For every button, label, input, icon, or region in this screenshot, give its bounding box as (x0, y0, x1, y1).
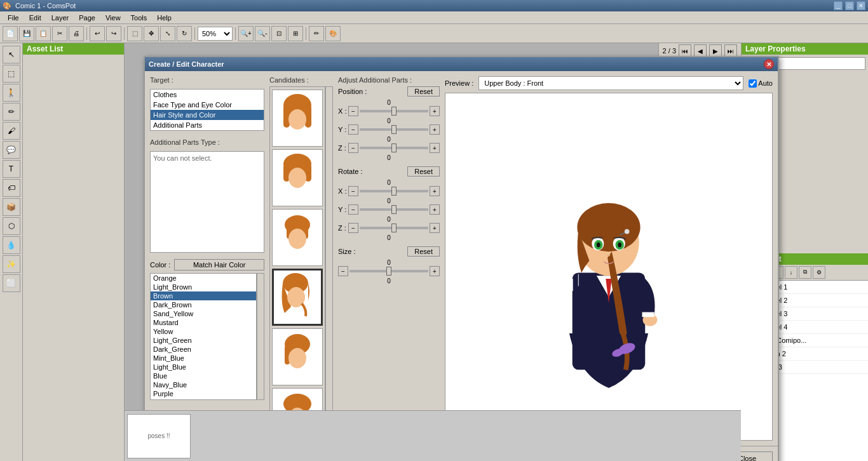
color-mustard[interactable]: Mustard (151, 318, 256, 327)
menu-tools[interactable]: Tools (126, 13, 153, 23)
target-parts[interactable]: Additional Parts (151, 120, 264, 130)
rot-y-track[interactable] (360, 208, 428, 211)
rot-x-plus[interactable]: + (430, 186, 440, 196)
cut-btn[interactable]: ✂ (52, 26, 67, 41)
pos-z-track[interactable] (360, 147, 428, 149)
target-face[interactable]: Face Type and Eye Color (151, 100, 264, 110)
fill-btn[interactable]: 🎨 (325, 26, 341, 41)
pos-z-minus[interactable]: − (348, 143, 358, 153)
copy-btn[interactable]: 📋 (36, 26, 51, 41)
undo-btn[interactable]: ↩ (90, 26, 105, 41)
menu-view[interactable]: View (100, 13, 126, 23)
color-light-brown[interactable]: Light_Brown (151, 283, 256, 291)
match-color-btn[interactable]: Match Hair Color (174, 259, 264, 271)
size-plus[interactable]: + (430, 266, 440, 276)
menu-file[interactable]: File (3, 13, 24, 23)
pos-y-track[interactable] (360, 128, 428, 131)
move-btn[interactable]: ✥ (144, 26, 159, 41)
sidebar-tool-arrow[interactable]: ↖ (3, 46, 20, 63)
rotate-btn[interactable]: ↻ (177, 26, 192, 41)
pos-y-plus[interactable]: + (430, 124, 440, 135)
color-dark-green[interactable]: Dark_Green (151, 345, 256, 354)
color-mint-blue[interactable]: Mint_Blue (151, 354, 256, 363)
sidebar-tool-pencil[interactable]: ✏ (3, 103, 20, 121)
target-clothes[interactable]: Clothes (151, 90, 264, 100)
candidates-scrollbar[interactable] (325, 86, 333, 441)
menu-page[interactable]: Page (74, 13, 100, 23)
pos-x-plus[interactable]: + (430, 106, 440, 116)
color-sand-yellow[interactable]: Sand_Yellow (151, 309, 256, 318)
fit-btn[interactable]: ⊡ (271, 26, 287, 41)
menu-edit[interactable]: Edit (24, 13, 46, 23)
zoom-in-btn[interactable]: 🔍+ (238, 26, 254, 41)
scale-btn[interactable]: ⤡ (160, 26, 175, 41)
rot-x-track[interactable] (360, 190, 428, 192)
sidebar-tool-3d[interactable]: ⬡ (3, 217, 20, 235)
sidebar-tool-person[interactable]: 🚶 (3, 84, 20, 102)
zoom-out-btn[interactable]: 🔍- (255, 26, 270, 41)
color-light-blue[interactable]: Light_Blue (151, 363, 256, 371)
color-orange[interactable]: Orange (151, 274, 256, 283)
new-btn[interactable]: 📄 (3, 26, 18, 41)
rot-z-plus[interactable]: + (430, 223, 440, 233)
sidebar-tool-stamp[interactable]: 🏷 (3, 179, 20, 197)
close-btn[interactable]: ✕ (857, 1, 865, 10)
candidate-3[interactable] (272, 209, 323, 266)
color-blue[interactable]: Blue (151, 371, 256, 380)
color-purple[interactable]: Purple (151, 389, 256, 398)
rot-z-track[interactable] (360, 227, 428, 229)
size-minus[interactable]: − (338, 266, 348, 276)
sidebar-tool-select[interactable]: ⬚ (3, 65, 20, 83)
save-btn[interactable]: 💾 (19, 26, 34, 41)
rot-y-minus[interactable]: − (348, 204, 358, 215)
target-hair[interactable]: Hair Style and Color (151, 110, 264, 120)
menu-help[interactable]: Help (152, 13, 177, 23)
reset-rotate-btn[interactable]: Reset (407, 166, 440, 177)
candidate-4[interactable] (272, 269, 323, 326)
layer-copy-btn[interactable]: ⧉ (799, 266, 811, 279)
candidates-scroll[interactable] (269, 86, 325, 441)
layer-settings-btn[interactable]: ⚙ (813, 266, 825, 279)
sidebar-tool-eyedrop[interactable]: 💧 (3, 236, 20, 254)
color-light-green[interactable]: Light_Green (151, 336, 256, 345)
zoom-select[interactable]: 25% 50% 50% 75% 100% (198, 27, 233, 41)
redo-btn[interactable]: ↪ (106, 26, 121, 41)
color-brown[interactable]: Brown (151, 291, 256, 300)
print-btn[interactable]: 🖨 (69, 26, 84, 41)
rot-y-plus[interactable]: + (430, 204, 440, 215)
reset-size-btn[interactable]: Reset (407, 246, 440, 257)
sidebar-tool-box[interactable]: 📦 (3, 198, 20, 216)
candidate-1[interactable] (272, 90, 323, 147)
preview-view-select[interactable]: Upper Body : Front Upper Body : Back Ful… (478, 76, 743, 90)
candidate-5[interactable] (272, 328, 323, 385)
color-dark-brown[interactable]: Dark_Brown (151, 300, 256, 309)
bottom-thumb-1[interactable]: poses !! (127, 414, 191, 458)
minimize-btn[interactable]: _ (834, 1, 843, 10)
rot-x-minus[interactable]: − (348, 186, 358, 196)
size-track[interactable] (349, 270, 428, 272)
brush-btn[interactable]: ✏ (309, 26, 324, 41)
color-yellow[interactable]: Yellow (151, 327, 256, 336)
dialog-close-btn[interactable]: ✕ (764, 59, 774, 69)
sidebar-tool-speech[interactable]: 💬 (3, 141, 20, 159)
actual-size-btn[interactable]: ⊞ (288, 26, 303, 41)
menu-layer[interactable]: Layer (46, 13, 74, 23)
sidebar-tool-brush[interactable]: 🖌 (3, 122, 20, 140)
layer-down-btn[interactable]: ↓ (785, 266, 797, 279)
color-scrollbar[interactable] (257, 273, 264, 400)
candidate-2[interactable] (272, 149, 323, 206)
sidebar-tool-eraser[interactable]: ⬜ (3, 274, 20, 292)
auto-checkbox[interactable] (749, 79, 757, 88)
sidebar-tool-effects[interactable]: ✨ (3, 255, 20, 273)
pos-y-minus[interactable]: − (348, 124, 358, 135)
select-btn[interactable]: ⬚ (127, 26, 142, 41)
color-pink[interactable]: Pink (151, 398, 256, 400)
color-navy-blue[interactable]: Navy_Blue (151, 380, 256, 389)
sidebar-tool-text[interactable]: T (3, 160, 20, 178)
pos-z-plus[interactable]: + (430, 143, 440, 153)
pos-x-track[interactable] (360, 110, 428, 112)
reset-position-btn[interactable]: Reset (407, 86, 440, 97)
rot-z-minus[interactable]: − (348, 223, 358, 233)
maximize-btn[interactable]: □ (845, 1, 854, 10)
pos-x-minus[interactable]: − (348, 106, 358, 116)
